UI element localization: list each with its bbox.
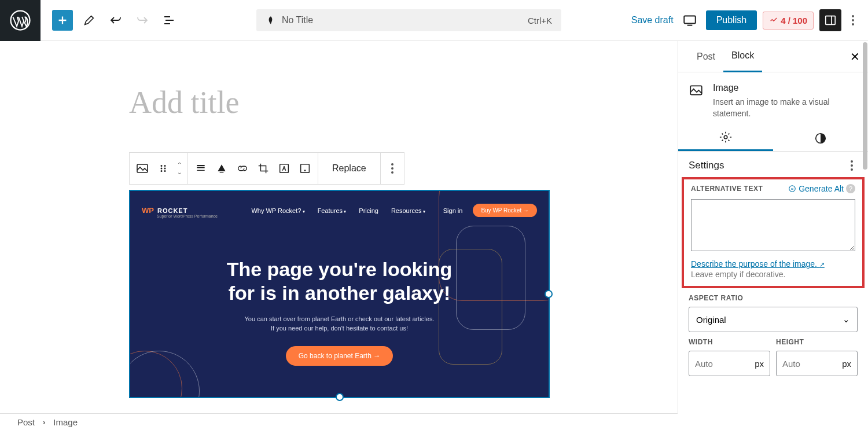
svg-rect-10 bbox=[280, 164, 289, 173]
width-input[interactable] bbox=[695, 359, 736, 369]
tools-button[interactable] bbox=[79, 10, 100, 31]
post-title-input[interactable]: Add title bbox=[129, 84, 239, 120]
alt-text-label: ALTERNATIVE TEXT bbox=[691, 185, 763, 193]
block-toolbar: ⌃ ⌄ Replace bbox=[129, 152, 404, 185]
svg-point-12 bbox=[304, 170, 306, 171]
document-title: No Title bbox=[282, 15, 528, 25]
subtab-styles[interactable] bbox=[773, 125, 868, 151]
tab-post[interactable]: Post bbox=[689, 41, 723, 72]
block-options-button[interactable] bbox=[387, 163, 398, 174]
width-unit[interactable]: px bbox=[755, 359, 764, 369]
svg-rect-1 bbox=[684, 16, 696, 23]
svg-rect-11 bbox=[301, 164, 310, 173]
wordpress-logo[interactable] bbox=[0, 0, 41, 41]
alt-text-section: ALTERNATIVE TEXT ai Generate Alt ? Descr… bbox=[682, 177, 865, 288]
height-unit[interactable]: px bbox=[842, 359, 851, 369]
editor-header: No Title Ctrl+K Save draft Publish 4 / 1… bbox=[0, 0, 868, 41]
svg-text:ai: ai bbox=[791, 188, 794, 191]
save-draft-button[interactable]: Save draft bbox=[631, 15, 674, 25]
score-text: 4 / 100 bbox=[781, 16, 807, 25]
svg-point-6 bbox=[161, 168, 163, 170]
replace-button[interactable]: Replace bbox=[324, 163, 374, 174]
shortcut-hint: Ctrl+K bbox=[528, 16, 552, 25]
svg-point-8 bbox=[161, 170, 163, 172]
width-label: WIDTH bbox=[689, 338, 770, 346]
block-type-icon[interactable] bbox=[135, 161, 149, 175]
editor-canvas: Add title ⌃ ⌄ Replace W bbox=[0, 41, 678, 413]
alt-help-sub: Leave empty if decorative. bbox=[691, 270, 855, 279]
image-block[interactable]: WPROCKETSuperior WordPress Performance W… bbox=[129, 190, 550, 398]
chevron-down-icon: ⌄ bbox=[843, 314, 850, 325]
external-link-icon: ↗ bbox=[819, 261, 825, 268]
alt-help-link[interactable]: Describe the purpose of the image. ↗ bbox=[691, 259, 855, 269]
height-label: HEIGHT bbox=[776, 338, 858, 346]
svg-point-4 bbox=[161, 165, 163, 167]
help-icon: ? bbox=[846, 184, 855, 193]
breadcrumb-post[interactable]: Post bbox=[17, 417, 35, 427]
duotone-button[interactable] bbox=[298, 161, 312, 175]
breadcrumb: Post › Image bbox=[0, 413, 678, 430]
svg-point-14 bbox=[724, 135, 727, 139]
svg-point-5 bbox=[164, 165, 166, 167]
settings-options-button[interactable] bbox=[846, 160, 858, 171]
preview-button[interactable] bbox=[679, 10, 700, 31]
block-description: Insert an image to make a visual stateme… bbox=[713, 97, 858, 119]
image-icon bbox=[689, 83, 704, 119]
score-icon bbox=[769, 16, 778, 25]
crop-button[interactable] bbox=[256, 161, 270, 175]
publish-button[interactable]: Publish bbox=[706, 10, 757, 30]
command-palette-button[interactable]: No Title Ctrl+K bbox=[256, 9, 561, 31]
caption-button[interactable] bbox=[215, 161, 229, 175]
gear-icon bbox=[719, 131, 732, 144]
settings-panel-toggle[interactable] bbox=[819, 9, 841, 31]
seo-score-badge[interactable]: 4 / 100 bbox=[763, 12, 814, 30]
breadcrumb-image[interactable]: Image bbox=[53, 417, 78, 427]
alt-text-input[interactable] bbox=[691, 199, 855, 251]
drag-handle-icon[interactable] bbox=[156, 161, 170, 175]
settings-sidebar: Post Block ✕ Image Insert an image to ma… bbox=[678, 41, 868, 413]
move-arrows: ⌃ ⌄ bbox=[177, 161, 182, 175]
styles-icon bbox=[814, 132, 827, 145]
link-button[interactable] bbox=[236, 161, 249, 175]
tab-block[interactable]: Block bbox=[723, 41, 762, 72]
subtab-settings[interactable] bbox=[678, 125, 773, 151]
image-preview: WPROCKETSuperior WordPress Performance W… bbox=[130, 191, 549, 397]
redo-button[interactable] bbox=[132, 10, 153, 31]
height-input[interactable] bbox=[782, 359, 823, 369]
block-name: Image bbox=[713, 83, 858, 93]
chevron-right-icon: › bbox=[43, 418, 45, 427]
options-menu-button[interactable] bbox=[847, 15, 859, 25]
text-overlay-button[interactable] bbox=[277, 161, 291, 175]
generate-alt-button[interactable]: ai Generate Alt ? bbox=[788, 184, 855, 193]
settings-heading: Settings bbox=[689, 160, 724, 171]
svg-rect-2 bbox=[826, 16, 836, 25]
document-overview-button[interactable] bbox=[159, 10, 179, 31]
add-block-button[interactable] bbox=[52, 10, 73, 31]
align-button[interactable] bbox=[194, 161, 208, 175]
move-up-button[interactable]: ⌃ bbox=[177, 161, 182, 168]
svg-point-7 bbox=[164, 168, 166, 170]
undo-button[interactable] bbox=[105, 10, 126, 31]
svg-point-9 bbox=[164, 170, 166, 172]
close-sidebar-button[interactable]: ✕ bbox=[850, 50, 860, 64]
aspect-ratio-select[interactable]: Original ⌄ bbox=[689, 307, 858, 332]
resize-handle-east[interactable] bbox=[545, 290, 553, 298]
resize-handle-south[interactable] bbox=[336, 393, 344, 401]
sidebar-scrollbar[interactable] bbox=[862, 41, 868, 413]
aspect-ratio-label: ASPECT RATIO bbox=[689, 294, 858, 302]
leaf-icon bbox=[266, 15, 276, 25]
ai-icon: ai bbox=[788, 185, 796, 193]
move-down-button[interactable]: ⌄ bbox=[177, 169, 182, 175]
